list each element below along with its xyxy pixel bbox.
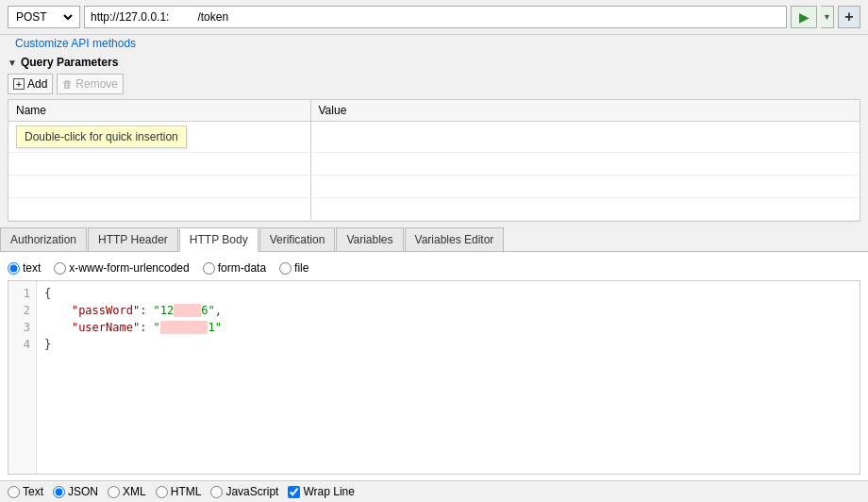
param-value-cell-3[interactable] [310,176,860,198]
tabs-bar: Authorization HTTP Header HTTP Body Veri… [0,226,868,252]
format-text-label: Text [23,485,43,498]
param-value-cell-4[interactable] [310,198,860,221]
tab-variables-editor[interactable]: Variables Editor [405,227,505,251]
col-header-name: Name [8,100,310,122]
format-html[interactable]: HTML [156,485,202,498]
param-value-cell-1[interactable] [310,122,860,153]
radio-file-input[interactable] [279,262,292,275]
radio-text-input[interactable] [8,262,20,275]
remove-param-label: Remove [75,77,118,91]
format-js-label: JavaScript [225,485,278,498]
section-title: Query Parameters [21,56,118,69]
format-text-input[interactable] [8,486,20,498]
param-name-cell-4[interactable] [8,198,310,221]
url-bar: POST GET PUT DELETE PATCH ▶ ▼ + [0,0,868,35]
query-params-section: ▼ Query Parameters + Add 🗑 Remove [0,52,868,99]
customize-link[interactable]: Customize API methods [8,35,143,54]
params-toolbar: + Add 🗑 Remove [8,71,860,97]
chevron-down-icon: ▼ [823,12,831,22]
run-icon: ▶ [799,9,810,25]
url-input[interactable] [84,6,787,28]
line-num-3: 3 [14,319,30,336]
code-key-password: "passWord" [72,304,140,317]
format-json-input[interactable] [53,486,65,498]
table-row: Double-click for quick insertion [8,122,860,153]
radio-urlencoded-label: x-www-form-urlencoded [69,261,189,275]
line-numbers: 1 2 3 4 [8,281,37,474]
format-bar: Text JSON XML HTML JavaScript Wrap Line [0,480,868,502]
table-row [8,198,860,221]
collapse-icon[interactable]: ▼ [8,58,17,68]
format-json[interactable]: JSON [53,485,98,498]
format-xml[interactable]: XML [108,485,146,498]
radio-file-label: file [294,261,309,275]
format-html-input[interactable] [156,486,168,498]
table-row [8,153,860,176]
radio-formdata[interactable]: form-data [203,261,266,275]
radio-formdata-input[interactable] [203,262,215,275]
code-key-username: "userName" [72,321,140,334]
tab-verification[interactable]: Verification [259,227,336,251]
params-table-wrapper: Name Value Double-click for quick insert… [8,99,860,222]
format-js-input[interactable] [210,486,223,498]
code-content[interactable]: { "passWord": "12 6", "userName": " 1" } [37,281,860,474]
radio-text-label: text [23,261,41,275]
radio-urlencoded-input[interactable] [54,262,66,275]
format-xml-label: XML [123,485,146,498]
add-param-button[interactable]: + Add [8,74,53,94]
redacted-password [174,304,201,317]
method-select[interactable]: POST GET PUT DELETE PATCH [12,9,75,25]
format-javascript[interactable]: JavaScript [210,485,278,498]
tab-authorization[interactable]: Authorization [0,227,87,251]
code-editor[interactable]: 1 2 3 4 { "passWord": "12 6", "userName"… [8,280,860,475]
trash-icon: 🗑 [62,78,73,90]
section-header: ▼ Query Parameters [8,54,860,71]
plus-icon: + [844,8,853,25]
radio-urlencoded[interactable]: x-www-form-urlencoded [54,261,189,275]
tab-http-header[interactable]: HTTP Header [88,227,178,251]
format-xml-input[interactable] [108,486,120,498]
add-param-label: Add [27,77,47,91]
remove-param-button[interactable]: 🗑 Remove [57,74,124,94]
param-name-cell-1[interactable]: Double-click for quick insertion [8,122,310,153]
wrap-line-label: Wrap Line [303,485,354,498]
format-text[interactable]: Text [8,485,43,498]
line-num-2: 2 [14,302,30,319]
col-header-value: Value [310,100,860,122]
line-num-1: 1 [14,285,30,302]
param-value-cell-2[interactable] [310,153,860,176]
table-row [8,176,860,198]
code-value-password: "12 6" [154,304,215,317]
body-type-radio-group: text x-www-form-urlencoded form-data fil… [8,258,860,280]
radio-formdata-label: form-data [218,261,266,275]
run-dropdown-button[interactable]: ▼ [821,6,834,28]
wrap-line-checkbox-label[interactable]: Wrap Line [288,485,354,498]
add-request-button[interactable]: + [838,6,860,28]
tab-variables[interactable]: Variables [336,227,403,251]
http-body-section: text x-www-form-urlencoded form-data fil… [0,252,868,480]
code-value-username: " 1" [154,321,222,334]
radio-text[interactable]: text [8,261,41,275]
param-name-cell-2[interactable] [8,153,310,176]
radio-file[interactable]: file [279,261,309,275]
param-name-cell-3[interactable] [8,176,310,198]
tab-http-body[interactable]: HTTP Body [179,227,259,252]
tooltip: Double-click for quick insertion [16,126,187,148]
format-html-label: HTML [171,485,202,498]
run-button[interactable]: ▶ [791,6,817,28]
main-container: POST GET PUT DELETE PATCH ▶ ▼ + Customiz… [0,0,868,502]
redacted-username [160,321,209,334]
format-json-label: JSON [68,485,98,498]
method-select-wrapper[interactable]: POST GET PUT DELETE PATCH [8,6,80,28]
line-num-4: 4 [14,336,30,353]
wrap-line-checkbox[interactable] [288,486,300,498]
add-param-icon: + [13,78,25,90]
params-table: Name Value Double-click for quick insert… [8,100,860,221]
